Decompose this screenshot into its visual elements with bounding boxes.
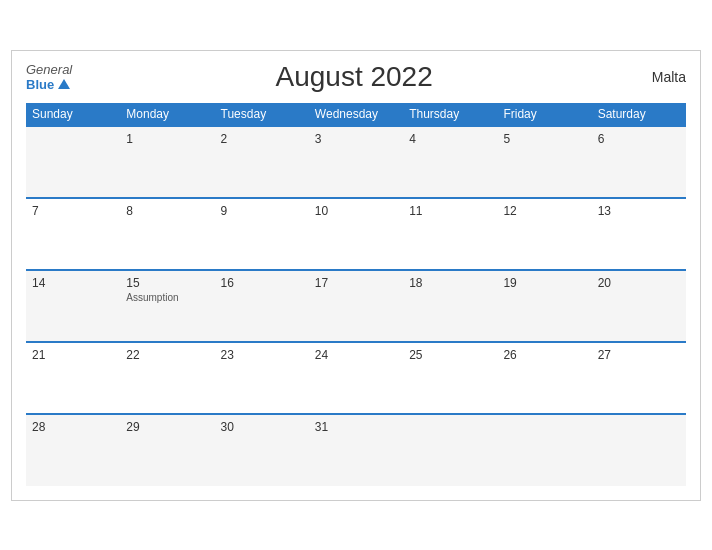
country-label: Malta	[636, 69, 686, 85]
day-cell-1-2: 9	[215, 198, 309, 270]
day-number: 24	[315, 348, 397, 362]
day-cell-1-0: 7	[26, 198, 120, 270]
day-cell-0-5: 5	[497, 126, 591, 198]
day-number: 23	[221, 348, 303, 362]
day-number: 15	[126, 276, 208, 290]
logo-blue-text: Blue	[26, 77, 54, 92]
day-number: 4	[409, 132, 491, 146]
day-cell-1-4: 11	[403, 198, 497, 270]
day-cell-0-4: 4	[403, 126, 497, 198]
calendar-grid: Sunday Monday Tuesday Wednesday Thursday…	[26, 103, 686, 486]
day-number: 14	[32, 276, 114, 290]
day-cell-4-0: 28	[26, 414, 120, 486]
week-row-1: 123456	[26, 126, 686, 198]
day-number: 21	[32, 348, 114, 362]
day-cell-2-3: 17	[309, 270, 403, 342]
day-cell-0-6: 6	[592, 126, 686, 198]
day-cell-4-5	[497, 414, 591, 486]
day-cell-2-1: 15Assumption	[120, 270, 214, 342]
week-row-5: 28293031	[26, 414, 686, 486]
month-title: August 2022	[72, 61, 636, 93]
day-cell-3-4: 25	[403, 342, 497, 414]
week-row-4: 21222324252627	[26, 342, 686, 414]
day-cell-2-4: 18	[403, 270, 497, 342]
day-number: 10	[315, 204, 397, 218]
day-number: 7	[32, 204, 114, 218]
day-cell-1-5: 12	[497, 198, 591, 270]
weekday-header-row: Sunday Monday Tuesday Wednesday Thursday…	[26, 103, 686, 126]
day-number: 2	[221, 132, 303, 146]
day-number: 22	[126, 348, 208, 362]
day-cell-4-2: 30	[215, 414, 309, 486]
holiday-text: Assumption	[126, 292, 208, 303]
day-number: 3	[315, 132, 397, 146]
day-number: 1	[126, 132, 208, 146]
day-cell-3-6: 27	[592, 342, 686, 414]
header-monday: Monday	[120, 103, 214, 126]
day-number: 16	[221, 276, 303, 290]
day-cell-2-6: 20	[592, 270, 686, 342]
day-cell-1-6: 13	[592, 198, 686, 270]
day-cell-0-0	[26, 126, 120, 198]
day-number: 17	[315, 276, 397, 290]
day-cell-3-5: 26	[497, 342, 591, 414]
header-friday: Friday	[497, 103, 591, 126]
day-number: 13	[598, 204, 680, 218]
header-thursday: Thursday	[403, 103, 497, 126]
day-number: 18	[409, 276, 491, 290]
day-cell-3-3: 24	[309, 342, 403, 414]
logo-triangle-icon	[58, 79, 70, 89]
header-tuesday: Tuesday	[215, 103, 309, 126]
day-number: 25	[409, 348, 491, 362]
day-cell-4-3: 31	[309, 414, 403, 486]
day-cell-1-1: 8	[120, 198, 214, 270]
day-number: 31	[315, 420, 397, 434]
day-number: 27	[598, 348, 680, 362]
day-cell-4-4	[403, 414, 497, 486]
day-cell-2-5: 19	[497, 270, 591, 342]
day-number: 30	[221, 420, 303, 434]
day-number: 8	[126, 204, 208, 218]
day-number: 29	[126, 420, 208, 434]
header-sunday: Sunday	[26, 103, 120, 126]
day-cell-4-6	[592, 414, 686, 486]
calendar-header: General Blue August 2022 Malta	[26, 61, 686, 93]
day-number: 19	[503, 276, 585, 290]
day-cell-0-2: 2	[215, 126, 309, 198]
day-cell-2-0: 14	[26, 270, 120, 342]
day-cell-3-1: 22	[120, 342, 214, 414]
day-cell-3-2: 23	[215, 342, 309, 414]
logo-area: General Blue	[26, 62, 72, 92]
day-cell-3-0: 21	[26, 342, 120, 414]
day-cell-0-1: 1	[120, 126, 214, 198]
day-number: 5	[503, 132, 585, 146]
day-number: 28	[32, 420, 114, 434]
header-saturday: Saturday	[592, 103, 686, 126]
day-cell-4-1: 29	[120, 414, 214, 486]
calendar-container: General Blue August 2022 Malta Sunday Mo…	[11, 50, 701, 501]
header-wednesday: Wednesday	[309, 103, 403, 126]
week-row-2: 78910111213	[26, 198, 686, 270]
day-number: 9	[221, 204, 303, 218]
logo-general-text: General	[26, 62, 72, 77]
day-cell-0-3: 3	[309, 126, 403, 198]
day-cell-1-3: 10	[309, 198, 403, 270]
day-number: 20	[598, 276, 680, 290]
day-number: 11	[409, 204, 491, 218]
day-number: 26	[503, 348, 585, 362]
day-number: 12	[503, 204, 585, 218]
week-row-3: 1415Assumption1617181920	[26, 270, 686, 342]
day-cell-2-2: 16	[215, 270, 309, 342]
day-number: 6	[598, 132, 680, 146]
